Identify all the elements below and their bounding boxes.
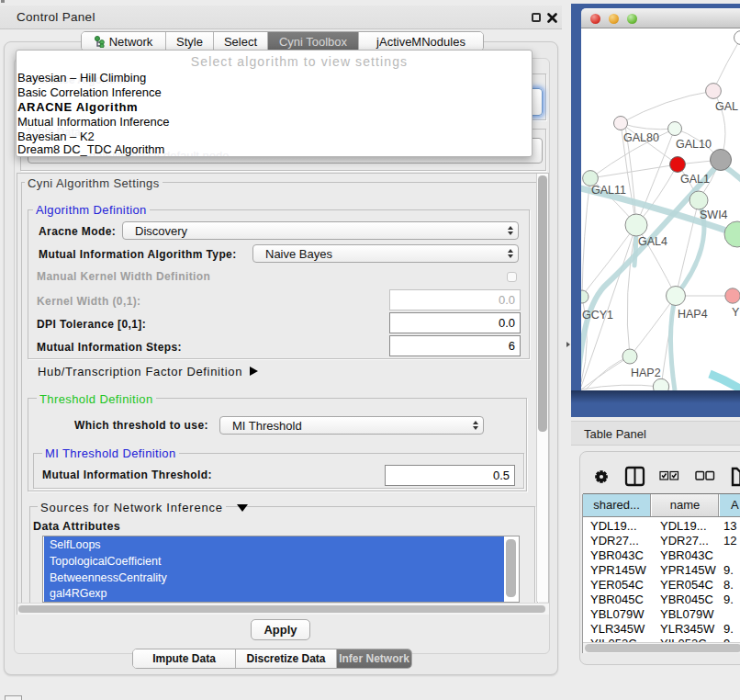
svg-text:Y: Y [732,306,740,319]
svg-text:GCY1: GCY1 [582,309,613,322]
svg-text:GAL11: GAL11 [591,184,626,197]
svg-text:HAP4: HAP4 [678,308,708,321]
svg-text:GAL: GAL [715,100,738,113]
svg-text:GAL10: GAL10 [676,138,712,151]
svg-text:HAP2: HAP2 [631,367,661,379]
svg-text:GAL4: GAL4 [638,235,667,248]
svg-text:SWI4: SWI4 [700,209,728,221]
svg-text:GAL1: GAL1 [680,173,710,186]
svg-text:GAL80: GAL80 [623,131,659,144]
